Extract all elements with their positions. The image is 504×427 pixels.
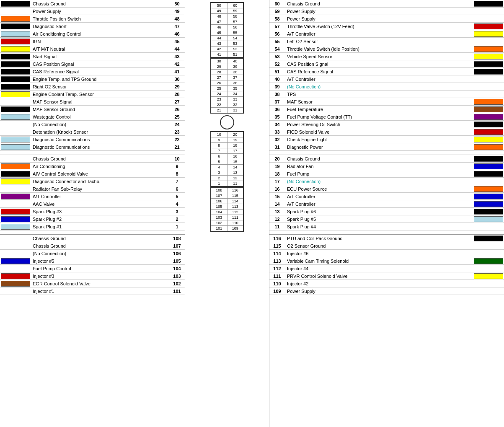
pin-label: Fuel Pump Voltage Control (TT) xyxy=(285,114,474,119)
color-swatch xyxy=(1,23,30,29)
table-row: 58Power Supply xyxy=(269,15,504,23)
pin-label: Injector #3 xyxy=(32,274,169,279)
pin-label: (No Connection) xyxy=(285,179,474,184)
pin-label: Throttle Position Switch xyxy=(32,16,169,21)
pin-label: Radiator Fan xyxy=(285,164,474,169)
pin-number: 33 xyxy=(269,129,285,135)
table-row: 39(No Connection) xyxy=(269,83,504,91)
pin-number: 116 xyxy=(269,236,285,241)
table-row: 18Fuel Pump xyxy=(269,170,504,178)
pin-label: Injector #5 xyxy=(32,259,169,264)
table-row: Injector #3103 xyxy=(0,272,185,280)
pin-number: 23 xyxy=(169,129,185,135)
pin-number: 109 xyxy=(269,289,285,294)
center-panel: 5060495948584757465645554454435342524151… xyxy=(185,0,269,427)
table-row: MAF Sensor Signal27 xyxy=(0,98,185,106)
table-row: 60Chassis Ground xyxy=(269,0,504,8)
color-swatch xyxy=(474,61,503,67)
table-row: Radiator Fan Sub-Relay6 xyxy=(0,185,185,193)
pin-label: CAS Position Signal xyxy=(285,62,474,67)
pin-number: 20 xyxy=(269,156,285,161)
table-row: Chassis Ground10 xyxy=(0,155,185,163)
table-row: Air Conditioning9 xyxy=(0,163,185,170)
pin-number: 15 xyxy=(269,194,285,199)
table-row: 12Spark Plug #5 xyxy=(269,215,504,223)
table-row: 56A/T Controller xyxy=(269,30,504,38)
color-swatch xyxy=(474,39,503,44)
table-row: 19Radiator Fan xyxy=(269,163,504,170)
pin-label: Chassis Ground xyxy=(32,243,169,248)
table-row: 40A/T Controller xyxy=(269,75,504,83)
table-row: Chassis Ground108 xyxy=(0,235,185,242)
pin-label: Engine Coolant Temp. Sensor xyxy=(32,92,169,97)
table-row: 34Power Steering Oil Switch xyxy=(269,121,504,128)
table-row: 54Throttle Valve Switch (Idle Position) xyxy=(269,45,504,53)
color-swatch xyxy=(1,69,30,75)
pin-label: EGR Control Solenoid Valve xyxy=(32,281,169,286)
pin-label: Power Supply xyxy=(32,9,169,14)
table-row: AAC Valve4 xyxy=(0,200,185,208)
pin-label: Injector #6 xyxy=(285,251,474,256)
table-row: Right O2 Sensor29 xyxy=(0,83,185,91)
color-swatch xyxy=(1,281,30,287)
pin-number: 58 xyxy=(269,16,285,21)
pin-number: 28 xyxy=(169,92,185,97)
table-row: 116PTU and Coil Pack Ground xyxy=(269,235,504,242)
pin-number: 42 xyxy=(169,62,185,67)
right-mid-section: 20Chassis Ground19Radiator Fan18Fuel Pum… xyxy=(269,155,504,230)
pin-label: PTU and Coil Pack Ground xyxy=(285,236,474,241)
pin-label: A/T M/T Neutral xyxy=(32,47,169,52)
table-row: MAF Sensor Ground26 xyxy=(0,106,185,113)
pin-number: 27 xyxy=(169,99,185,104)
pin-label: Variable Cam Timing Solenoid xyxy=(285,259,474,264)
pin-number: 55 xyxy=(269,39,285,44)
pin-label: (No Connection) xyxy=(32,122,169,127)
color-swatch xyxy=(474,99,503,105)
color-swatch xyxy=(1,163,30,169)
color-swatch xyxy=(474,163,503,169)
color-swatch xyxy=(1,179,30,184)
pin-number: 32 xyxy=(269,137,285,142)
pin-number: 53 xyxy=(269,54,285,59)
pin-number: 26 xyxy=(169,107,185,112)
pin-label: AAC Valve xyxy=(32,202,169,207)
pin-label: Chassis Ground xyxy=(32,236,169,241)
color-swatch xyxy=(1,91,30,97)
color-swatch xyxy=(474,186,503,192)
color-swatch xyxy=(474,1,503,7)
pin-number: 41 xyxy=(169,69,185,74)
pin-label: PRVR Control Solenoid Valve xyxy=(285,274,474,279)
pin-label: A/T Controller xyxy=(285,202,474,207)
pin-label: CAS Reference Signal xyxy=(285,69,474,74)
pin-label: Detonation (Knock) Sensor xyxy=(32,129,169,135)
pin-label: CAS Reference Signal xyxy=(32,69,169,74)
pin-number: 54 xyxy=(269,47,285,52)
pin-number: 39 xyxy=(269,84,285,89)
pin-label: Power Steering Oil Switch xyxy=(285,122,474,127)
pin-label: IGN xyxy=(32,39,169,44)
pin-number: 59 xyxy=(269,9,285,14)
left-top-section: Chassis Ground50Power Supply49Throttle P… xyxy=(0,0,185,151)
pin-number: 48 xyxy=(169,16,185,21)
right-panel: 60Chassis Ground59Power Supply58Power Su… xyxy=(269,0,504,427)
table-row: 55Left O2 Sensor xyxy=(269,38,504,45)
pin-number: 6 xyxy=(169,186,185,192)
color-swatch xyxy=(474,171,503,177)
pin-label: Air Conditioning xyxy=(32,164,169,169)
pin-number: 12 xyxy=(269,217,285,222)
table-row: Air Conditioning Control46 xyxy=(0,30,185,38)
pin-label: Power Supply xyxy=(285,9,474,14)
pin-number: 46 xyxy=(169,31,185,36)
table-row: Injector #1101 xyxy=(0,287,185,295)
pin-number: 114 xyxy=(269,251,285,256)
pin-number: 10 xyxy=(169,156,185,161)
pin-number: 2 xyxy=(169,217,185,222)
color-swatch xyxy=(1,224,30,230)
color-swatch xyxy=(1,251,30,256)
color-swatch xyxy=(474,84,503,90)
color-swatch xyxy=(474,129,503,135)
table-row: A/T M/T Neutral44 xyxy=(0,45,185,53)
table-row: 16ECU Power Source xyxy=(269,185,504,193)
table-row: 59Power Supply xyxy=(269,8,504,15)
pin-number: 1 xyxy=(169,224,185,229)
